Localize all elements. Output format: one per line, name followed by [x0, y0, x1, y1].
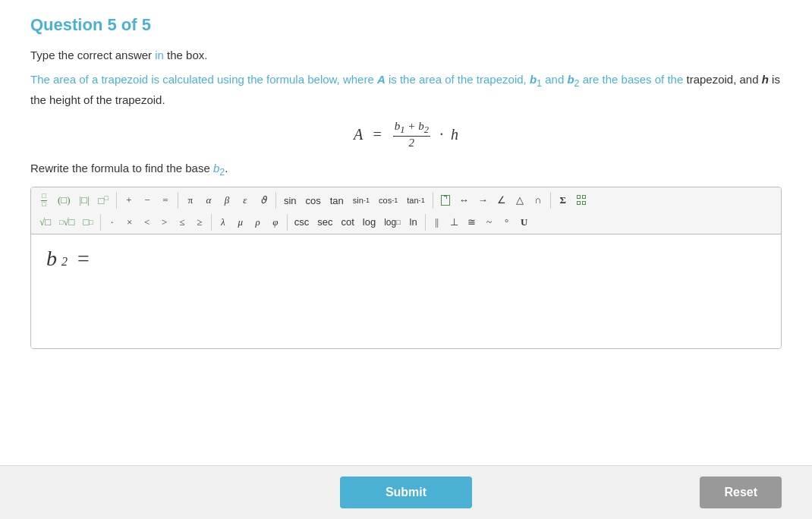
- toolbar-equals-btn[interactable]: =: [157, 192, 174, 209]
- toolbar-pi-btn[interactable]: π: [182, 192, 199, 209]
- toolbar-mu-btn[interactable]: μ: [232, 214, 249, 231]
- toolbar-arctan-btn[interactable]: tan-1: [403, 193, 428, 207]
- rewrite-text: Rewrite the formula to find the base b2.: [30, 162, 782, 178]
- input-equals: =: [72, 247, 90, 271]
- math-input-area[interactable]: b2 =: [31, 234, 781, 348]
- toolbar-arrow-right-btn[interactable]: →: [474, 192, 492, 209]
- toolbar-rho-btn[interactable]: ρ: [250, 214, 266, 231]
- toolbar-logbase-btn[interactable]: log□: [380, 215, 404, 230]
- toolbar-plus-btn[interactable]: +: [121, 192, 137, 209]
- toolbar-frac-btn[interactable]: □□: [36, 190, 52, 211]
- toolbar-divider-2: [178, 192, 178, 209]
- toolbar-union-btn[interactable]: U: [516, 214, 533, 231]
- toolbar-matrix-btn[interactable]: [573, 193, 591, 208]
- toolbar-log-btn[interactable]: log: [359, 214, 379, 230]
- toolbar-arccos-btn[interactable]: cos-1: [375, 193, 401, 207]
- toolbar-lt-btn[interactable]: <: [139, 214, 156, 231]
- toolbar-parallel-btn[interactable]: ||: [429, 214, 445, 231]
- matrix-icon: [577, 195, 587, 206]
- toolbar-gt-btn[interactable]: >: [156, 214, 173, 231]
- toolbar-exp-btn[interactable]: □□: [95, 192, 112, 209]
- toolbar-sigma-btn[interactable]: Σ: [555, 192, 571, 209]
- toolbar-beta-btn[interactable]: β: [219, 192, 235, 209]
- description-text: The area of a trapezoid is calculated us…: [30, 71, 782, 109]
- toolbar-degree-btn[interactable]: °: [499, 214, 515, 231]
- toolbar-times-btn[interactable]: ×: [121, 214, 138, 231]
- toolbar-theta-btn[interactable]: ϑ: [255, 192, 272, 209]
- toolbar-phi-btn[interactable]: φ: [267, 214, 284, 231]
- page-container: Question 5 of 5 Type the correct answer …: [0, 0, 812, 519]
- toolbar-sqrt-btn[interactable]: √□: [36, 214, 55, 231]
- toolbar-perp-btn[interactable]: ⊥: [446, 214, 463, 231]
- reset-button[interactable]: Reset: [700, 477, 782, 508]
- toolbar-divider-7: [211, 214, 212, 231]
- submit-button[interactable]: Submit: [340, 477, 472, 508]
- toolbar-divider-1: [116, 192, 117, 209]
- toolbar-cos-btn[interactable]: cos: [302, 193, 325, 209]
- main-content: Question 5 of 5 Type the correct answer …: [0, 0, 812, 465]
- toolbar-divider-5: [550, 192, 551, 209]
- toolbar-arrow-both-btn[interactable]: ↔: [455, 192, 473, 209]
- toolbar-minus-btn[interactable]: −: [139, 192, 156, 209]
- toolbar-tan-btn[interactable]: tan: [326, 193, 348, 209]
- toolbar-abs-btn[interactable]: |□|: [76, 192, 93, 209]
- toolbar-cot-btn[interactable]: cot: [337, 214, 357, 230]
- b2-display: b2 =: [46, 247, 90, 271]
- toolbar-alpha-btn[interactable]: α: [200, 192, 217, 209]
- toolbar-subscript-box-btn[interactable]: □□: [79, 214, 96, 231]
- toolbar-approx-btn[interactable]: ≅: [464, 214, 480, 231]
- toolbar-ln-btn[interactable]: ln: [405, 214, 422, 230]
- toolbar-divider-3: [275, 192, 276, 209]
- formula-container: A = b1 + b2 2 · h: [30, 120, 782, 149]
- toolbar-dot-btn[interactable]: ·: [104, 214, 121, 231]
- bottom-bar: Submit Reset: [0, 465, 812, 519]
- toolbar-lambda-btn[interactable]: λ: [215, 214, 231, 231]
- toolbar-angle-btn[interactable]: ∠: [493, 192, 510, 209]
- instruction-highlight: in: [155, 49, 164, 61]
- toolbar-arcsin-btn[interactable]: sin-1: [349, 193, 373, 207]
- toolbar-geq-btn[interactable]: ≥: [191, 214, 208, 231]
- b-letter: b: [46, 247, 57, 271]
- question-title: Question 5 of 5: [30, 15, 782, 35]
- toolbar-divider-4: [433, 192, 433, 209]
- toolbar-epsilon-btn[interactable]: ε: [237, 192, 253, 209]
- toolbar-triangle-btn[interactable]: △: [511, 192, 528, 209]
- toolbar-divider-6: [100, 214, 101, 231]
- toolbar-paren-btn[interactable]: (□): [54, 192, 74, 209]
- math-toolbar: □□ (□) |□| □□ + − = π α β ε: [31, 187, 781, 234]
- toolbar-csc-btn[interactable]: csc: [291, 214, 313, 230]
- toolbar-nthroot-btn[interactable]: □√□: [55, 214, 78, 231]
- toolbar-divider-9: [425, 214, 426, 231]
- instruction-text: Type the correct answer in the box.: [30, 49, 782, 61]
- toolbar-leq-btn[interactable]: ≤: [174, 214, 190, 231]
- toolbar-divider-8: [287, 214, 288, 231]
- rewrite-b2-text: b2: [213, 162, 225, 175]
- math-editor: □□ (□) |□| □□ + − = π α β ε: [30, 187, 782, 349]
- formula-fraction: b1 + b2 2: [393, 120, 430, 149]
- toolbar-sec-btn[interactable]: sec: [313, 214, 336, 230]
- toolbar-tilde-btn[interactable]: ~: [481, 214, 498, 231]
- formula-text: A = b1 + b2 2 · h: [354, 120, 458, 149]
- toolbar-sin-btn[interactable]: sin: [280, 193, 301, 209]
- toolbar-vector-box-btn[interactable]: [437, 193, 454, 208]
- b-subscript: 2: [61, 255, 68, 269]
- toolbar-cap-n-btn[interactable]: ∩: [530, 192, 546, 209]
